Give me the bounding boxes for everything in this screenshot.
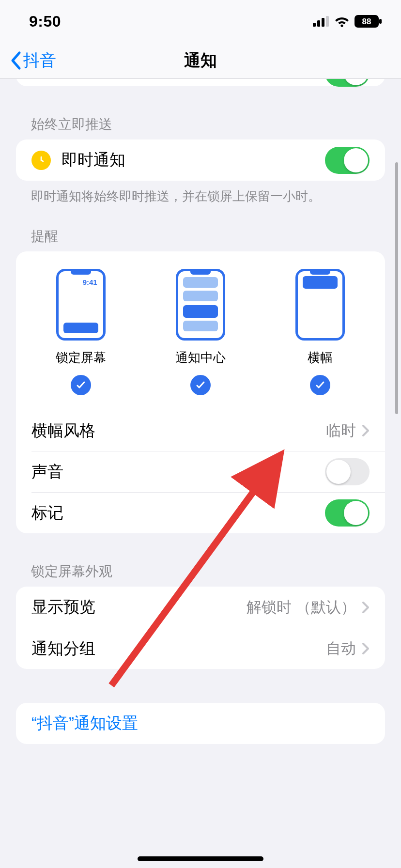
allow-notifications-row-tail: [16, 79, 385, 86]
alert-option-banners-label: 横幅: [308, 349, 333, 366]
battery-icon: 88: [355, 15, 382, 28]
content-scroll[interactable]: 始终立即推送 即时通知 即时通知将始终即时推送，并在锁屏上保留一小时。 提醒 9…: [0, 79, 401, 868]
alert-option-notification-center[interactable]: 通知中心: [140, 269, 260, 395]
banner-style-label: 横幅风格: [31, 420, 326, 442]
row-badges[interactable]: 标记: [31, 492, 385, 533]
row-time-sensitive[interactable]: 即时通知: [16, 140, 385, 181]
badges-label: 标记: [31, 502, 325, 524]
time-sensitive-toggle[interactable]: [325, 147, 370, 174]
cellular-icon: [313, 16, 329, 27]
page-title: 通知: [0, 49, 401, 72]
back-button[interactable]: 抖音: [10, 49, 56, 72]
lockscreen-preview-icon: 9:41: [56, 269, 106, 341]
back-label: 抖音: [23, 49, 56, 72]
checkmark-icon: [190, 375, 211, 395]
sounds-toggle[interactable]: [325, 458, 370, 485]
group-lockscreen: 显示预览 解锁时 （默认） 通知分组 自动: [16, 587, 385, 669]
chevron-left-icon: [10, 51, 21, 70]
svg-rect-3: [326, 16, 329, 27]
clock-icon: [31, 151, 51, 170]
svg-point-4: [340, 24, 343, 27]
svg-rect-6: [379, 19, 382, 24]
row-notification-grouping[interactable]: 通知分组 自动: [31, 628, 385, 669]
group-app-link: “抖音”通知设置: [16, 703, 385, 744]
section-footer-deliver: 即时通知将始终即时推送，并在锁屏上保留一小时。: [31, 187, 370, 205]
alert-option-lockscreen-label: 锁定屏幕: [56, 349, 106, 366]
badges-toggle[interactable]: [325, 499, 370, 527]
show-previews-label: 显示预览: [31, 596, 247, 618]
status-indicators: 88: [313, 15, 382, 28]
battery-text: 88: [362, 17, 371, 26]
row-app-notification-settings[interactable]: “抖音”通知设置: [16, 703, 385, 744]
section-header-lockscreen: 锁定屏幕外观: [31, 562, 370, 581]
section-header-alerts: 提醒: [31, 227, 370, 246]
banner-preview-icon: [295, 269, 345, 341]
alerts-options: 9:41 锁定屏幕 通知中心: [16, 269, 385, 410]
svg-rect-0: [313, 23, 316, 27]
notification-grouping-value: 自动: [326, 638, 356, 659]
app-notification-settings-label: “抖音”通知设置: [31, 713, 370, 734]
chevron-right-icon: [362, 642, 370, 655]
nav-header: 抖音 通知: [0, 43, 401, 79]
alert-option-notification-center-label: 通知中心: [175, 349, 226, 366]
wifi-icon: [334, 16, 350, 27]
chevron-right-icon: [362, 601, 370, 614]
status-bar: 9:50 88: [0, 0, 401, 43]
home-indicator[interactable]: [138, 856, 263, 861]
alert-option-banners[interactable]: 横幅: [261, 269, 380, 395]
alert-option-lockscreen[interactable]: 9:41 锁定屏幕: [21, 269, 140, 395]
row-show-previews[interactable]: 显示预览 解锁时 （默认）: [16, 587, 385, 628]
scrollbar-thumb[interactable]: [395, 162, 398, 414]
status-time: 9:50: [29, 13, 61, 31]
chevron-right-icon: [362, 424, 370, 437]
group-deliver: 即时通知: [16, 140, 385, 181]
checkmark-icon: [310, 375, 330, 395]
checkmark-icon: [71, 375, 91, 395]
row-sounds[interactable]: 声音: [31, 451, 385, 492]
notification-grouping-label: 通知分组: [31, 638, 326, 660]
svg-rect-1: [317, 20, 320, 27]
allow-notifications-toggle[interactable]: [325, 79, 370, 87]
sounds-label: 声音: [31, 461, 325, 483]
time-sensitive-label: 即时通知: [62, 149, 325, 171]
row-banner-style[interactable]: 横幅风格 临时: [16, 410, 385, 451]
group-alerts: 9:41 锁定屏幕 通知中心: [16, 251, 385, 533]
show-previews-value: 解锁时 （默认）: [247, 597, 356, 618]
section-header-deliver: 始终立即推送: [31, 115, 370, 134]
notification-center-preview-icon: [176, 269, 225, 341]
svg-rect-2: [322, 18, 324, 27]
banner-style-value: 临时: [326, 420, 356, 441]
